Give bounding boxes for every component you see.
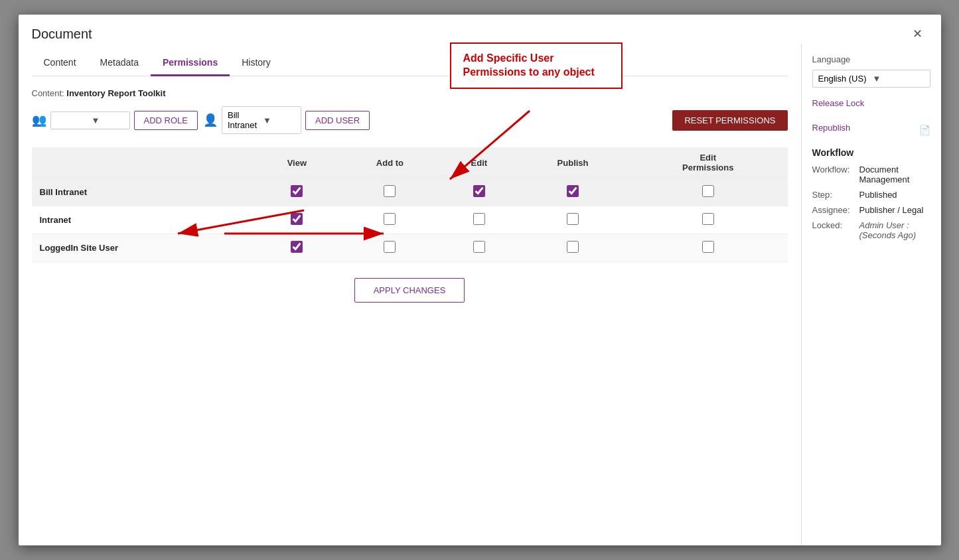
col-add-to: Add to xyxy=(338,147,441,178)
add-role-button[interactable]: ADD ROLE xyxy=(134,111,198,130)
checkbox-intranet-view[interactable] xyxy=(291,213,303,225)
cell-bill-editperm xyxy=(628,178,788,206)
checkbox-intranet-addto[interactable] xyxy=(384,213,396,225)
checkbox-loggedin-addto[interactable] xyxy=(384,241,396,253)
tab-permissions[interactable]: Permissions xyxy=(151,50,230,76)
workflow-label-step: Step: xyxy=(812,190,855,200)
cell-loggedin-publish xyxy=(517,234,628,262)
row-name-bill: Bill Intranet xyxy=(32,178,256,206)
workflow-row-workflow: Workflow: Document Management xyxy=(812,165,930,184)
modal-header: Document ✕ xyxy=(19,15,941,44)
col-name xyxy=(32,147,256,178)
cell-intranet-view xyxy=(255,206,338,234)
workflow-value-locked: Admin User :(Seconds Ago) xyxy=(859,220,917,240)
cell-loggedin-addto xyxy=(338,234,441,262)
workflow-value-workflow: Document Management xyxy=(859,165,930,184)
tab-history[interactable]: History xyxy=(230,50,283,76)
checkbox-intranet-editperm[interactable] xyxy=(702,213,714,225)
col-view: View xyxy=(255,147,338,178)
workflow-row-locked: Locked: Admin User :(Seconds Ago) xyxy=(812,220,930,240)
table-header-row: View Add to Edit Publish EditPermissions xyxy=(32,147,788,178)
language-value: English (US) xyxy=(818,74,870,84)
cell-loggedin-edit xyxy=(441,234,517,262)
col-edit: Edit xyxy=(441,147,517,178)
table-row: Bill Intranet xyxy=(32,178,788,206)
workflow-row-step: Step: Published xyxy=(812,190,930,200)
tab-content[interactable]: Content xyxy=(32,50,88,76)
cell-loggedin-view xyxy=(255,234,338,262)
cell-loggedin-editperm xyxy=(628,234,788,262)
checkbox-bill-addto[interactable] xyxy=(384,185,396,197)
content-label-text: Content: xyxy=(32,88,67,98)
cell-intranet-publish xyxy=(517,206,628,234)
tab-metadata[interactable]: Metadata xyxy=(88,50,151,76)
document-modal: Document ✕ Content Metadata Permissions … xyxy=(19,15,941,545)
add-user-button[interactable]: ADD USER xyxy=(305,111,370,130)
user-group: 👤 Bill Intranet ▼ ADD USER xyxy=(203,106,370,134)
group-icon: 👥 xyxy=(32,113,46,127)
content-value: Inventory Report Toolkit xyxy=(66,88,165,98)
checkbox-loggedin-edit[interactable] xyxy=(473,241,485,253)
cell-bill-publish xyxy=(517,178,628,206)
checkbox-loggedin-view[interactable] xyxy=(291,241,303,253)
workflow-value-step: Published xyxy=(859,190,897,200)
workflow-label-locked: Locked: xyxy=(812,220,855,240)
table-row: Intranet xyxy=(32,206,788,234)
modal-title: Document xyxy=(32,27,92,42)
sidebar: Language English (US) ▼ Release Lock Rep… xyxy=(802,44,941,545)
checkbox-intranet-edit[interactable] xyxy=(473,213,485,225)
cell-intranet-addto xyxy=(338,206,441,234)
col-publish: Publish xyxy=(517,147,628,178)
annotation-text: Add Specific User Permissions to any obj… xyxy=(463,52,609,80)
user-icon: 👤 xyxy=(203,113,218,127)
release-lock-link[interactable]: Release Lock xyxy=(812,98,865,108)
main-content: Content Metadata Permissions History Con… xyxy=(19,44,802,545)
permissions-table: View Add to Edit Publish EditPermissions… xyxy=(32,147,788,262)
user-dropdown-value: Bill Intranet xyxy=(228,110,260,130)
reset-permissions-button[interactable]: RESET PERMISSIONS xyxy=(672,110,787,131)
checkbox-bill-editperm[interactable] xyxy=(702,185,714,197)
role-group: 👥 ▼ ADD ROLE xyxy=(32,111,198,130)
republish-icon[interactable]: 📄 xyxy=(919,125,930,135)
role-dropdown[interactable]: ▼ xyxy=(50,111,130,129)
checkbox-loggedin-publish[interactable] xyxy=(567,241,579,253)
cell-bill-view xyxy=(255,178,338,206)
modal-body: Content Metadata Permissions History Con… xyxy=(19,44,941,545)
checkbox-bill-publish[interactable] xyxy=(567,185,579,197)
col-edit-permissions: EditPermissions xyxy=(628,147,788,178)
cell-intranet-editperm xyxy=(628,206,788,234)
checkbox-intranet-publish[interactable] xyxy=(567,213,579,225)
release-lock-row: Release Lock xyxy=(812,98,930,112)
cell-intranet-edit xyxy=(441,206,517,234)
annotation-box: Add Specific User Permissions to any obj… xyxy=(450,42,623,89)
cell-bill-addto xyxy=(338,178,441,206)
content-label: Content: Inventory Report Toolkit xyxy=(32,88,788,98)
user-dropdown[interactable]: Bill Intranet ▼ xyxy=(222,106,301,134)
row-name-loggedin: LoggedIn Site User xyxy=(32,234,256,262)
cell-bill-edit xyxy=(441,178,517,206)
close-button[interactable]: ✕ xyxy=(907,24,928,44)
row-name-intranet: Intranet xyxy=(32,206,256,234)
language-dropdown-arrow: ▼ xyxy=(873,74,924,84)
workflow-label-workflow: Workflow: xyxy=(812,165,855,184)
toolbar: 👥 ▼ ADD ROLE 👤 Bill Intranet ▼ ADD USER xyxy=(32,106,788,134)
checkbox-bill-edit[interactable] xyxy=(473,185,485,197)
user-dropdown-arrow: ▼ xyxy=(263,115,295,125)
apply-changes-button[interactable]: APPLY CHANGES xyxy=(354,278,465,303)
checkbox-loggedin-editperm[interactable] xyxy=(702,241,714,253)
workflow-title: Workflow xyxy=(812,147,930,158)
apply-section: APPLY CHANGES xyxy=(32,278,788,303)
tabs-container: Content Metadata Permissions History xyxy=(32,44,788,76)
language-dropdown[interactable]: English (US) ▼ xyxy=(812,70,930,88)
workflow-label-assignee: Assignee: xyxy=(812,205,855,215)
table-row: LoggedIn Site User xyxy=(32,234,788,262)
republish-link[interactable]: Republish xyxy=(812,123,851,133)
role-dropdown-arrow: ▼ xyxy=(92,115,124,125)
workflow-value-assignee: Publisher / Legal xyxy=(859,205,924,215)
workflow-row-assignee: Assignee: Publisher / Legal xyxy=(812,205,930,215)
republish-row: Republish 📄 xyxy=(812,123,930,137)
checkbox-bill-view[interactable] xyxy=(291,185,303,197)
language-label: Language xyxy=(812,54,930,64)
